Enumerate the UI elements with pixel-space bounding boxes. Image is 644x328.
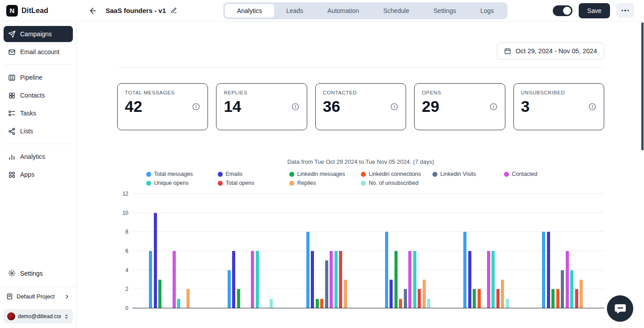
- bar[interactable]: [496, 289, 500, 308]
- sidebar-item-analytics[interactable]: Analytics: [4, 149, 73, 165]
- legend-item[interactable]: Linkedin messages: [289, 171, 361, 177]
- bar-chart: 024681012: [117, 194, 604, 308]
- legend-item[interactable]: Total opens: [218, 180, 289, 186]
- sidebar-settings[interactable]: Settings: [4, 265, 73, 281]
- bar[interactable]: [478, 289, 481, 308]
- bar[interactable]: [344, 280, 347, 308]
- bar[interactable]: [408, 251, 411, 308]
- bar-slot: [422, 194, 427, 308]
- bar[interactable]: [575, 289, 578, 308]
- bar[interactable]: [306, 232, 309, 308]
- bar[interactable]: [311, 251, 314, 308]
- bar[interactable]: [561, 270, 564, 308]
- bar[interactable]: [427, 299, 430, 308]
- bar[interactable]: [399, 299, 402, 308]
- bar[interactable]: [339, 251, 342, 308]
- bar[interactable]: [570, 270, 573, 308]
- y-tick-label: 6: [125, 248, 128, 254]
- sidebar-item-apps[interactable]: Apps: [4, 166, 73, 183]
- bar[interactable]: [491, 251, 495, 308]
- legend-item[interactable]: Total messages: [146, 171, 218, 177]
- campaign-active-toggle[interactable]: [553, 5, 572, 16]
- tab-schedule[interactable]: Schedule: [371, 4, 421, 17]
- bar[interactable]: [228, 270, 231, 308]
- info-icon[interactable]: [192, 102, 200, 111]
- bar[interactable]: [385, 232, 388, 308]
- bar[interactable]: [232, 251, 235, 308]
- bar[interactable]: [330, 251, 333, 308]
- chat-widget-button[interactable]: [607, 295, 633, 322]
- tab-settings[interactable]: Settings: [421, 4, 468, 17]
- bar[interactable]: [316, 299, 319, 308]
- sidebar-item-campaigns[interactable]: Campaigns: [4, 26, 73, 42]
- bar[interactable]: [418, 289, 421, 308]
- bar-slot: [496, 194, 500, 308]
- legend-item[interactable]: Linkedin connections: [361, 171, 432, 177]
- bar[interactable]: [506, 299, 509, 308]
- bar[interactable]: [270, 299, 273, 308]
- bar[interactable]: [463, 232, 466, 308]
- info-icon[interactable]: [390, 102, 398, 111]
- tab-automation[interactable]: Automation: [315, 4, 371, 17]
- bar-slot: [153, 194, 158, 308]
- info-icon[interactable]: [588, 102, 597, 111]
- legend-item[interactable]: Unique opens: [146, 180, 218, 186]
- bar-slot: [579, 194, 584, 308]
- bar[interactable]: [186, 289, 190, 308]
- info-icon[interactable]: [291, 102, 300, 111]
- legend-item[interactable]: Replies: [289, 180, 361, 186]
- sidebar-divider: [4, 144, 72, 144]
- info-icon[interactable]: [489, 102, 498, 111]
- tab-logs[interactable]: Logs: [468, 4, 506, 17]
- legend-item[interactable]: Emails: [218, 171, 289, 177]
- sidebar-item-contacts[interactable]: Contacts: [4, 87, 73, 103]
- bar[interactable]: [556, 289, 559, 308]
- bar[interactable]: [390, 280, 393, 308]
- project-switcher[interactable]: Default Project: [0, 287, 76, 306]
- bar[interactable]: [501, 280, 504, 308]
- bar[interactable]: [394, 251, 398, 308]
- bar[interactable]: [173, 251, 176, 308]
- legend-item[interactable]: Contacted: [504, 171, 576, 177]
- scrollbar-thumb[interactable]: [641, 22, 644, 150]
- bar-slot: [269, 194, 274, 308]
- bar[interactable]: [423, 280, 426, 308]
- bar[interactable]: [473, 289, 476, 308]
- bar[interactable]: [566, 251, 569, 308]
- legend-item[interactable]: No. of unsubscribed: [361, 180, 432, 186]
- sidebar-item-pipeline[interactable]: Pipeline: [4, 69, 73, 85]
- bar[interactable]: [158, 280, 161, 308]
- bar[interactable]: [542, 232, 545, 308]
- bar[interactable]: [177, 299, 180, 308]
- edit-title-button[interactable]: [169, 6, 178, 15]
- sidebar-item-email-account[interactable]: Email account: [4, 44, 73, 60]
- bar[interactable]: [580, 280, 583, 308]
- back-button[interactable]: [87, 4, 99, 17]
- bar[interactable]: [335, 251, 338, 308]
- tab-leads[interactable]: Leads: [274, 4, 315, 17]
- bar[interactable]: [237, 289, 240, 308]
- bar[interactable]: [468, 251, 471, 308]
- bar[interactable]: [413, 251, 416, 308]
- more-options-button[interactable]: [616, 3, 634, 18]
- bar[interactable]: [154, 213, 157, 308]
- bar[interactable]: [320, 299, 323, 308]
- y-tick-label: 4: [125, 267, 128, 273]
- bar[interactable]: [149, 251, 152, 308]
- tab-analytics[interactable]: Analytics: [225, 4, 274, 17]
- sidebar-item-tasks[interactable]: Tasks: [4, 105, 73, 121]
- bar[interactable]: [551, 289, 555, 308]
- account-menu[interactable]: demo@ditlead.com: [4, 309, 73, 324]
- legend-item[interactable]: Linkedin Visits: [432, 171, 504, 177]
- bar[interactable]: [256, 251, 259, 308]
- save-button[interactable]: Save: [579, 3, 610, 18]
- bar[interactable]: [251, 251, 254, 308]
- bar[interactable]: [547, 232, 550, 308]
- date-range-picker[interactable]: Oct 29, 2024 - Nov 05, 2024: [497, 43, 604, 60]
- bar[interactable]: [404, 289, 407, 308]
- bar[interactable]: [487, 251, 490, 308]
- mail-icon: [8, 48, 16, 56]
- sidebar-item-lists[interactable]: Lists: [4, 123, 73, 139]
- bar-slot: [181, 194, 186, 308]
- bar[interactable]: [325, 260, 328, 308]
